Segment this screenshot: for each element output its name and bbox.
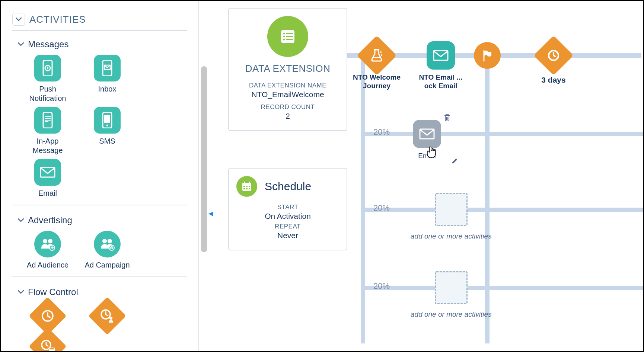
connector-line [361,208,643,212]
wait-label: 3 days [541,76,565,84]
tile-label: Ad Campaign [85,260,130,270]
messages-section: Messages Push Notification Inbox [12,32,187,205]
push-notification-tile[interactable]: Push Notification [23,55,72,103]
svg-rect-47 [374,49,379,50]
schedule-card[interactable]: Schedule START On Activation REPEAT Neve… [228,168,347,250]
clock-calendar-icon [29,327,67,351]
svg-point-25 [109,317,112,320]
tile-label: Email [38,189,57,198]
svg-point-15 [43,239,47,243]
svg-rect-7 [45,116,51,117]
flag-icon [474,42,501,69]
sms-tile[interactable]: SMS [83,107,131,155]
messages-header[interactable]: Messages [12,32,187,55]
trash-icon[interactable] [443,113,451,122]
clock-person-icon [88,297,126,335]
advertising-title: Advertising [28,215,72,225]
inbox-icon [94,55,121,81]
split-percent: 20% [373,203,390,213]
svg-rect-45 [246,188,248,189]
email-icon [413,120,441,148]
clock-icon [533,35,573,75]
ad-campaign-tile[interactable]: Ad Campaign [83,231,131,270]
flow-wait-contact-tile[interactable] [83,303,131,329]
in-app-message-icon [34,107,61,134]
svg-rect-43 [249,186,250,187]
connector-line [361,132,643,136]
data-extension-card[interactable]: DATA EXTENSION DATA EXTENSION NAME NTO_E… [228,8,347,131]
svg-rect-42 [246,186,248,187]
chevron-down-icon [17,42,24,46]
svg-rect-46 [249,188,250,189]
push-notification-icon [34,55,61,81]
connector-line [361,53,365,343]
svg-point-3 [47,70,48,71]
svg-point-13 [106,125,108,127]
flow-control-header[interactable]: Flow Control [12,280,187,303]
activities-title: ACTIVITIES [29,14,86,25]
inbox-tile[interactable]: Inbox [83,55,131,103]
drop-target[interactable] [435,193,468,226]
flow-wait-tile[interactable] [23,303,72,329]
drop-text: add one or more activities [411,232,492,241]
ad-audience-tile[interactable]: Ad Audience [23,231,72,270]
drop-zone-1[interactable]: add one or more activities [411,193,492,241]
sms-icon [94,107,121,134]
activities-header[interactable]: ACTIVITIES [12,9,187,31]
tile-label: Inbox [98,84,117,94]
svg-point-18 [102,239,107,243]
in-app-message-tile[interactable]: In-App Message [23,107,72,155]
drop-target[interactable] [435,271,468,304]
pencil-icon[interactable] [452,157,458,164]
email-dragged-node[interactable]: Email [413,120,441,160]
email-node-label: NTO Email ... ock Email [413,73,469,90]
email-icon [34,159,61,186]
svg-rect-44 [243,188,245,189]
chevron-down-icon [17,290,24,294]
chevron-down-icon[interactable] [12,13,25,26]
schedule-title: Schedule [265,180,311,193]
dragged-label: Email [418,152,436,160]
svg-rect-8 [45,118,51,119]
svg-rect-40 [249,182,250,184]
activities-sidebar: ACTIVITIES Messages Push Notification [1,1,198,351]
entry-source-node[interactable]: NTO Welcome Journey [349,41,405,90]
svg-rect-41 [243,186,245,187]
scrollbar-thumb[interactable] [201,66,207,252]
advertising-header[interactable]: Advertising [12,208,187,231]
connector-line [361,286,643,290]
svg-point-48 [380,51,382,53]
flow-control-section: Flow Control [12,280,187,351]
svg-rect-10 [45,121,48,122]
entry-label: NTO Welcome Journey [349,73,405,90]
email-tile[interactable]: Email [23,159,72,198]
de-name-value: NTO_EmailWelcome [251,90,324,99]
panel-divider[interactable]: ◀ [198,1,213,351]
de-name-label: DATA EXTENSION NAME [249,82,326,89]
calendar-icon [236,176,257,197]
journey-canvas[interactable]: DATA EXTENSION DATA EXTENSION NAME NTO_E… [213,1,643,351]
email-activity-node[interactable]: NTO Email ... ock Email [413,41,469,90]
svg-rect-32 [286,33,293,34]
de-count-label: RECORD COUNT [261,103,315,111]
start-value: On Activation [236,212,339,221]
svg-rect-39 [244,182,245,184]
svg-point-35 [283,39,285,41]
svg-point-19 [108,239,112,243]
list-icon [267,16,308,57]
svg-rect-34 [286,36,293,37]
start-label: START [236,204,339,211]
goal-node[interactable] [474,42,501,69]
tile-label: In-App Message [23,137,72,155]
svg-rect-38 [242,183,251,185]
wait-node[interactable]: 3 days [539,41,568,84]
split-percent: 20% [373,127,390,137]
drop-zone-2[interactable]: add one or more activities [411,271,492,319]
drop-text: add one or more activities [411,310,492,319]
data-extension-title: DATA EXTENSION [245,63,331,74]
svg-rect-12 [104,115,110,123]
advertising-section: Advertising Ad Audience Ad Campaign [12,208,187,277]
ad-audience-icon [34,231,61,257]
flow-wait-date-tile[interactable] [23,333,72,351]
ad-campaign-icon [94,231,121,257]
